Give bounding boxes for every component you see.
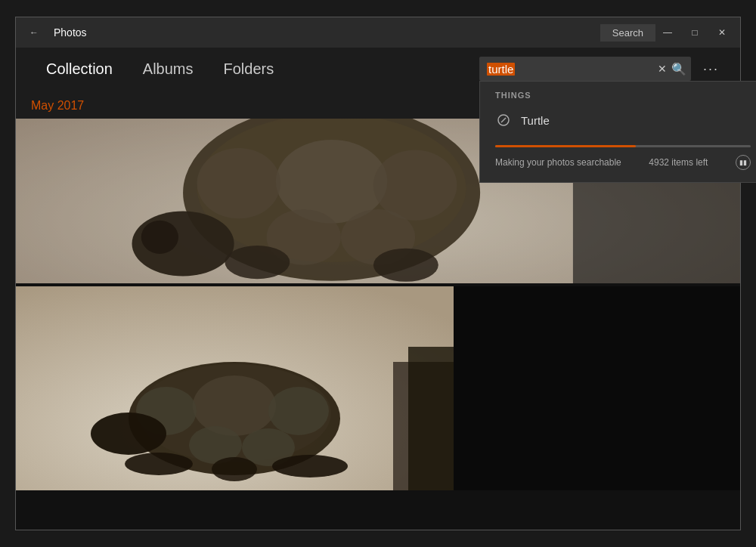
maximize-button[interactable]: □ <box>683 20 707 45</box>
progress-fill <box>495 145 636 147</box>
progress-info: Making your photos searchable 4932 items… <box>495 155 751 170</box>
search-clear-button[interactable]: ✕ <box>658 63 667 75</box>
svg-point-14 <box>373 249 438 282</box>
nav-right: turtle ✕ 🔍 THINGS Turtle <box>479 57 725 81</box>
dropdown-section-label: THINGS <box>480 91 756 106</box>
svg-point-25 <box>91 413 166 455</box>
svg-point-22 <box>268 387 329 435</box>
svg-point-12 <box>141 221 178 254</box>
svg-point-27 <box>272 455 348 477</box>
app-title: Photos <box>54 26 600 39</box>
progress-items-left: 4932 items left <box>649 157 708 168</box>
svg-point-13 <box>225 246 290 279</box>
svg-point-28 <box>212 457 257 481</box>
search-dropdown: THINGS Turtle <box>479 81 756 183</box>
progress-section: Making your photos searchable 4932 items… <box>480 134 756 170</box>
more-options-button[interactable]: ··· <box>697 58 725 80</box>
svg-point-20 <box>193 375 276 436</box>
svg-point-26 <box>125 453 193 475</box>
search-submit-button[interactable]: 🔍 <box>671 62 686 76</box>
back-button[interactable]: ← <box>22 20 46 45</box>
search-container: turtle ✕ 🔍 THINGS Turtle <box>479 57 691 81</box>
nav-collection[interactable]: Collection <box>31 54 128 84</box>
svg-line-1 <box>501 118 506 122</box>
window-controls: — □ ✕ <box>655 20 734 45</box>
title-bar: ← Photos Search — □ ✕ <box>16 17 740 48</box>
nav-bar: Collection Albums Folders turtle ✕ 🔍 THI… <box>16 48 740 90</box>
svg-point-7 <box>197 148 281 218</box>
nav-folders[interactable]: Folders <box>209 54 290 84</box>
progress-track <box>495 145 751 147</box>
pause-button[interactable]: ▮▮ <box>736 155 751 170</box>
app-window: ← Photos Search — □ ✕ Collection Albums … <box>15 17 741 530</box>
turtle-photo-2 <box>16 286 740 490</box>
photo-row-2[interactable] <box>16 286 740 490</box>
minimize-button[interactable]: — <box>655 20 680 45</box>
dropdown-item-label: Turtle <box>521 114 550 127</box>
nav-albums[interactable]: Albums <box>128 54 209 84</box>
search-button[interactable]: Search <box>600 24 655 42</box>
dropdown-item-turtle[interactable]: Turtle <box>480 106 756 134</box>
progress-status: Making your photos searchable <box>495 157 621 168</box>
close-button[interactable]: ✕ <box>710 20 734 45</box>
svg-point-8 <box>373 150 457 220</box>
svg-rect-30 <box>408 347 454 490</box>
tag-icon <box>495 112 512 128</box>
